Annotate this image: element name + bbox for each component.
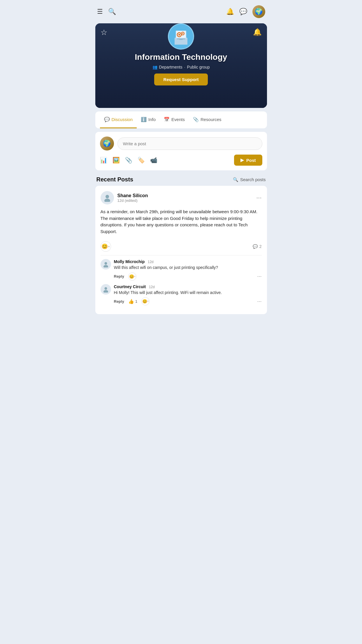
events-icon: 📅: [164, 117, 170, 122]
tabs-container: 💬 Discussion ℹ️ Info 📅 Events 📎 Resource…: [95, 111, 267, 128]
post-header: Shane Silicon 12d (edited) ···: [101, 191, 262, 204]
search-posts-label: Search posts: [240, 177, 266, 182]
group-title: Information Technology: [135, 52, 227, 62]
hamburger-icon[interactable]: ☰: [97, 8, 103, 15]
svg-point-4: [178, 34, 180, 36]
attachment-icon[interactable]: 📎: [125, 157, 132, 164]
chart-icon[interactable]: 📊: [100, 157, 107, 164]
search-posts-icon: 🔍: [233, 177, 238, 182]
tab-resources[interactable]: 📎 Resources: [189, 111, 226, 128]
like-count-value: 1: [135, 299, 137, 304]
comment-body: Courtney Circuit 12d Hi Molly! This will…: [114, 284, 262, 306]
comment-time: 12d: [149, 285, 155, 289]
svg-point-9: [106, 195, 109, 198]
comment-text: Will this affect wifi on campus, or just…: [114, 265, 262, 271]
post-input[interactable]: [117, 137, 262, 150]
nav-right: 🔔 💬 🌍: [226, 5, 265, 18]
tab-events[interactable]: 📅 Events: [160, 111, 189, 128]
like-count: 👍 1: [128, 299, 137, 304]
group-category: Departments: [159, 65, 182, 69]
tag-icon[interactable]: 🏷️: [138, 157, 145, 164]
post-button-label: Post: [246, 158, 256, 163]
comment-count-value: 2: [259, 244, 262, 249]
svg-point-10: [104, 199, 110, 202]
hero-banner: ☆ 🔔 Information Technology 👥 Departments…: [95, 23, 267, 108]
request-support-button[interactable]: Request Support: [154, 74, 208, 85]
reply-button[interactable]: Reply: [114, 274, 124, 279]
post-body: As a reminder, on March 29th, printing w…: [101, 209, 262, 235]
tab-events-label: Events: [171, 117, 185, 122]
image-icon[interactable]: 🖼️: [113, 157, 120, 164]
post-author-details: Shane Silicon 12d (edited): [117, 193, 148, 203]
comment-actions: Reply 👍 1 😊+ ···: [114, 297, 262, 305]
comment-avatar: [101, 259, 111, 270]
comment-author-name: Courtney Circuit: [114, 284, 146, 289]
comment-header-line: Molly Microchip 12d: [114, 259, 262, 264]
comment-time: 12d: [148, 260, 154, 264]
post-author-avatar: [101, 191, 114, 204]
group-subtitle: 👥 Departments · Public group: [152, 65, 210, 69]
comment-item: Courtney Circuit 12d Hi Molly! This will…: [101, 284, 262, 306]
chat-icon[interactable]: 💬: [239, 8, 247, 15]
svg-point-6: [182, 33, 183, 34]
svg-rect-8: [179, 39, 183, 40]
post-user-info: Shane Silicon 12d (edited): [101, 191, 148, 204]
composer-avatar: 🌍: [100, 136, 114, 150]
comment-header-line: Courtney Circuit 12d: [114, 284, 262, 289]
comment-count: 💬 2: [253, 244, 262, 249]
group-icon: 👥: [152, 65, 157, 69]
video-icon[interactable]: 📹: [150, 157, 157, 164]
svg-point-14: [103, 290, 108, 293]
section-title: Recent Posts: [96, 176, 133, 183]
discussion-icon: 💬: [104, 117, 110, 122]
post-react-button[interactable]: 😊+: [101, 241, 111, 252]
comment-avatar: [101, 284, 111, 295]
composer-avatar-emoji: 🌍: [103, 140, 111, 147]
composer-top: 🌍: [100, 136, 262, 150]
comment-icon: 💬: [253, 244, 258, 249]
comment-more-button[interactable]: ···: [257, 298, 261, 304]
post-send-icon: ▶: [240, 158, 244, 163]
comment-author-name: Molly Microchip: [114, 259, 145, 264]
top-nav: ☰ 🔍 🔔 💬 🌍: [91, 0, 272, 23]
avatar-emoji: 🌍: [255, 8, 263, 15]
comment-react-button[interactable]: 😊+: [141, 297, 150, 305]
nav-left: ☰ 🔍: [97, 8, 116, 15]
post-meta: 12d (edited): [117, 198, 148, 203]
group-type: Public group: [187, 65, 210, 69]
post-actions: 😊+ 💬 2: [101, 239, 262, 252]
avatar[interactable]: 🌍: [252, 5, 265, 18]
comments-section: Molly Microchip 12d Will this affect wif…: [101, 255, 262, 305]
comment-text: Hi Molly! This will just affect printing…: [114, 290, 262, 296]
comment-item: Molly Microchip 12d Will this affect wif…: [101, 259, 262, 281]
tab-discussion[interactable]: 💬 Discussion: [100, 111, 137, 128]
reply-button[interactable]: Reply: [114, 299, 124, 304]
search-posts-button[interactable]: 🔍 Search posts: [233, 177, 266, 182]
section-header: Recent Posts 🔍 Search posts: [91, 174, 272, 186]
svg-point-11: [104, 262, 107, 265]
comment-react-button[interactable]: 😊+: [128, 272, 136, 281]
post-card: Shane Silicon 12d (edited) ··· As a remi…: [95, 186, 267, 314]
comment-more-button[interactable]: ···: [257, 273, 261, 279]
tab-info[interactable]: ℹ️ Info: [137, 111, 160, 128]
separator: ·: [184, 65, 185, 69]
bell-icon[interactable]: 🔔: [226, 8, 234, 15]
comment-actions: Reply 😊+ ···: [114, 272, 262, 281]
post-composer: 🌍 📊 🖼️ 📎 🏷️ 📹 ▶ Post: [95, 132, 267, 170]
post-author-name: Shane Silicon: [117, 193, 148, 198]
info-icon: ℹ️: [141, 117, 147, 122]
group-logo: [168, 23, 194, 50]
thumbs-up-icon: 👍: [128, 299, 134, 304]
resources-icon: 📎: [193, 117, 199, 122]
svg-point-13: [104, 287, 107, 290]
composer-actions: 📊 🖼️ 📎 🏷️ 📹 ▶ Post: [100, 155, 262, 166]
tab-info-label: Info: [148, 117, 156, 122]
comment-body: Molly Microchip 12d Will this affect wif…: [114, 259, 262, 281]
post-button[interactable]: ▶ Post: [234, 155, 262, 166]
svg-point-12: [103, 265, 108, 268]
tab-discussion-label: Discussion: [112, 117, 133, 122]
post-more-button[interactable]: ···: [256, 194, 261, 202]
search-icon[interactable]: 🔍: [108, 8, 116, 15]
tab-resources-label: Resources: [201, 117, 222, 122]
hero-content: Information Technology 👥 Departments · P…: [95, 23, 267, 85]
